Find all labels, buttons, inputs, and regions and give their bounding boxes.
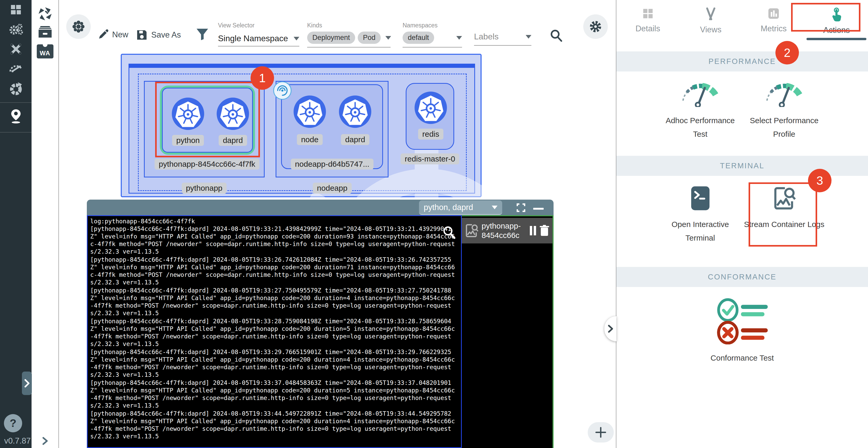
extensions-expand-chevron-icon[interactable] [32,432,58,448]
log-entry: [pythonapp-8454cc66c-4f7fk:daprd] 2024-0… [90,379,458,409]
meshery-swirl-icon[interactable] [32,5,58,23]
action-label: Adhoc Performance Test [658,114,742,141]
chevron-down-icon[interactable] [526,35,531,39]
container-selector-dropdown[interactable]: python, daprd [419,200,502,215]
save-as-button-label: Save As [151,30,181,40]
new-button[interactable]: New [97,29,128,40]
view-selector-label: View Selector [218,22,299,29]
performance-gauge-icon[interactable] [0,61,32,75]
log-entry: [pythonapp-8454cc66c-4f7fk:daprd] 2024-0… [90,256,458,286]
active-tab-underline [806,38,866,40]
pod-nodeapp[interactable]: node daprd [281,84,383,169]
action-label: Open Interactive Terminal [658,218,742,245]
kinds-label: Kinds [307,22,391,29]
namespaces-field[interactable]: Namespaces default [403,22,462,48]
container-redis-k8s-icon[interactable] [414,92,447,124]
container-node-k8s-icon[interactable] [293,95,326,128]
log-stream-area[interactable]: log:pythonapp-8454cc66c-4f7fk [pythonapp… [87,215,462,448]
pod-redis-master[interactable]: redis [406,83,454,150]
conformance-test-action[interactable]: Conformance Test [688,297,797,365]
views-branch-icon [705,7,717,21]
pod-label: pythonapp-8454cc66c-4f7fk [155,159,259,170]
settings-gear-button[interactable] [583,14,608,39]
location-pin-icon[interactable] [0,109,32,124]
chevron-down-icon[interactable] [385,36,391,40]
kind-chip-deployment[interactable]: Deployment [307,32,355,44]
kind-chip-pod[interactable]: Pod [358,32,381,44]
terminal-panel: python, daprd log:pythonapp-8454cc66c-4f… [87,200,554,448]
tab-details[interactable]: Details [616,0,679,42]
save-icon [136,29,148,41]
pause-icon[interactable] [530,226,536,236]
container-daprd-k8s-icon[interactable] [339,95,371,128]
field-underline [218,46,299,47]
log-session-panel: pythonapp- 8454cc66c [462,215,554,448]
filter-funnel-icon[interactable] [195,28,209,42]
wasm-badge-icon[interactable]: WA [32,42,58,61]
help-button[interactable]: ? [4,414,22,432]
annotation-rect-2 [791,3,861,32]
pod-label: redis-master-0 [401,153,459,165]
sidebar-expand-button[interactable] [22,371,32,395]
lifecycle-gears-icon[interactable] [0,23,32,37]
chevron-down-icon[interactable] [293,37,299,40]
trash-icon[interactable] [539,225,549,236]
log-header-line: log:pythonapp-8454cc66c-4f7fk [90,218,458,225]
kinds-field[interactable]: Kinds Deployment Pod [307,22,391,48]
design-flower-button[interactable] [66,14,91,39]
log-entry: [pythonapp-8454cc66c-4f7fk:daprd] 2024-0… [90,225,458,256]
namespace-chip-default[interactable]: default [403,32,434,44]
fullscreen-icon[interactable] [517,203,525,213]
details-grid-icon [642,7,654,20]
log-session-row[interactable]: pythonapp- 8454cc66c [462,218,553,243]
new-button-label: New [112,30,128,39]
labels-field[interactable]: Labels [474,32,531,46]
adhoc-performance-test-action[interactable]: Adhoc Performance Test [658,78,742,141]
wasm-label: WA [40,50,50,58]
help-glyph: ? [10,417,17,429]
terminal-header[interactable]: python, daprd [87,200,554,215]
extensions-bar: WA [32,0,59,448]
gear-icon [588,19,603,34]
annotation-rect-3 [749,182,817,246]
pencil-icon [97,29,108,40]
search-icon[interactable] [550,29,563,43]
log-entry: [pythonapp-8454cc66c-4f7fk:daprd] 2024-0… [90,348,458,379]
save-as-button[interactable]: Save As [136,29,181,41]
select-performance-profile-action[interactable]: Select Performance Profile [742,78,826,141]
chevron-down-icon[interactable] [456,36,462,40]
field-underline [474,45,531,46]
configuration-wrench-icon[interactable] [0,42,32,56]
chevron-down-icon [492,206,497,209]
plus-icon [595,427,607,438]
view-selector-field[interactable]: View Selector Single Namespace [218,22,299,47]
tab-label: Views [700,25,721,34]
tab-label: Metrics [761,24,787,33]
section-header-terminal: TERMINAL [616,156,868,176]
annotation-badge-2: 2 [775,41,799,64]
container-selector-value: python, daprd [424,203,473,212]
open-interactive-terminal-action[interactable]: Open Interactive Terminal [658,186,742,245]
section-header-performance: PERFORMANCE [616,51,868,71]
field-underline [403,47,462,48]
section-header-conformance: CONFORMANCE [616,267,868,287]
catalog-archive-icon[interactable] [32,23,58,41]
right-panel: Details Views Metrics Actions 2 PERFORMA… [616,0,868,448]
dapr-swirl-icon[interactable] [273,81,291,100]
group-label: pythonapp [182,183,226,193]
sidebar-divider [0,102,32,103]
tab-views[interactable]: Views [679,0,742,42]
minimize-icon[interactable] [533,206,544,211]
add-node-button[interactable] [588,422,614,443]
action-label: Select Performance Profile [742,114,826,141]
dashboard-icon[interactable] [0,3,32,17]
container-label: redis [418,129,443,140]
mesh-donut-icon[interactable] [0,81,32,96]
annotation-badge-1: 1 [251,66,274,90]
log-entry: [pythonapp-8454cc66c-4f7fk:daprd] 2024-0… [90,410,458,440]
metrics-barchart-icon [767,7,780,20]
log-entry: [pythonapp-8454cc66c-4f7fk:daprd] 2024-0… [90,287,458,317]
tab-label: Details [636,24,660,33]
sidebar-divider [0,132,32,132]
labels-placeholder: Labels [474,32,499,41]
